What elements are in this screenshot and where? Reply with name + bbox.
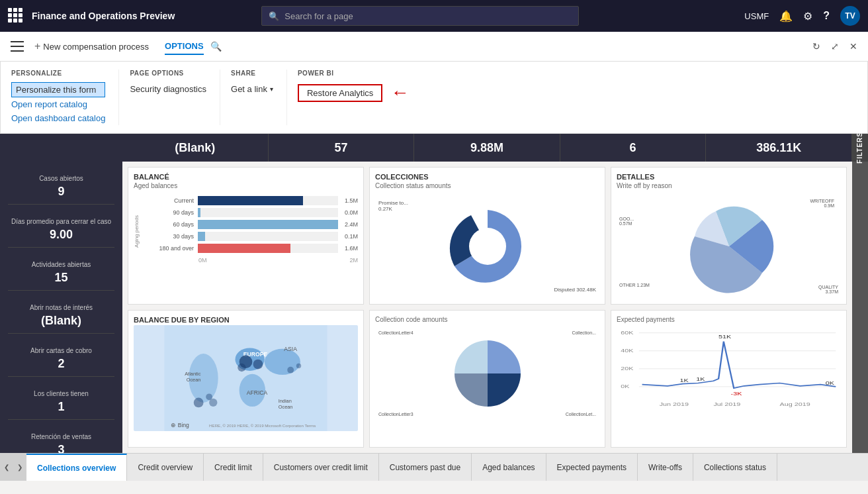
security-diagnostics-item[interactable]: Security diagnostics (130, 82, 206, 96)
donut-svg (435, 197, 541, 296)
svg-point-16 (296, 364, 301, 368)
kpi-386k: 386.11K (706, 134, 852, 162)
svg-text:0K: 0K (621, 384, 630, 389)
stat-dias-promedio: Días promedio para cerrar el caso 9.00 (8, 213, 114, 248)
bar-row-60: 60 days 2.4M (157, 220, 358, 229)
personalize-form-item[interactable]: Personalize this form (11, 82, 105, 97)
open-dashboard-catalog-item[interactable]: Open dashboard catalog (11, 111, 105, 125)
tab-prev-button[interactable]: ❮ (0, 454, 13, 481)
stat-label-3: Abrir notas de interés (11, 304, 112, 311)
left-stats-panel: Casos abiertos 9 Días promedio para cerr… (0, 162, 122, 453)
stat-notas-interes: Abrir notas de interés (Blank) (8, 299, 114, 334)
stat-value-0: 9 (11, 185, 112, 199)
power-bi-title: POWER BI (298, 70, 409, 77)
chart-detalles: DETALLES Write off by reason (611, 167, 847, 305)
detalles-label-quality: QUALITY3.37M (818, 285, 838, 294)
svg-point-14 (238, 364, 245, 371)
svg-point-3 (265, 349, 300, 375)
toolbar-search-icon[interactable]: 🔍 (209, 39, 224, 54)
personalize-section: PERSONALIZE Personalize this form Open r… (1, 70, 119, 125)
svg-text:HERE, © 2019 HERE, © 2019 Micr: HERE, © 2019 HERE, © 2019 Microsoft Corp… (209, 423, 316, 428)
charts-area: BALANCÉ Aged balances Aging periods Curr… (122, 162, 852, 453)
expand-icon[interactable]: ⤢ (831, 41, 839, 52)
options-tab[interactable]: OPTIONS (165, 38, 204, 55)
bar-row-90: 90 days 0.0M (157, 208, 358, 217)
bar-container-60 (198, 220, 338, 229)
content-row: Casos abiertos 9 Días promedio para cerr… (0, 162, 868, 453)
page-options-title: PAGE OPTIONS (130, 70, 206, 77)
chart-column-balance: BALANCÉ Aged balances Aging periods Curr… (128, 167, 364, 448)
notification-icon[interactable]: 🔔 (779, 10, 793, 23)
chart-column-detalles: DETALLES Write off by reason (611, 167, 847, 448)
stat-label-2: Actividades abiertas (11, 261, 112, 268)
svg-point-19 (209, 399, 217, 407)
tab-collections-overview[interactable]: Collections overview (26, 454, 127, 481)
chart-column-collections: COLECCIONES Collection status amounts (369, 167, 605, 448)
svg-text:51K: 51K (718, 334, 732, 340)
stat-value-2: 15 (11, 271, 112, 285)
svg-text:20K: 20K (621, 366, 634, 371)
filters-side (852, 162, 868, 453)
detalles-label-goo: GOO...0.57M (619, 217, 634, 226)
bar-val-180: 1.6M (345, 245, 358, 252)
svg-text:1K: 1K (696, 377, 705, 382)
get-a-link-item[interactable]: Get a link ▾ (231, 82, 273, 96)
tab-credit-limit[interactable]: Credit limit (204, 454, 263, 481)
bar-label-90: 90 days (157, 209, 194, 216)
stat-value-4: 2 (11, 357, 112, 371)
plus-icon: + (34, 40, 40, 52)
app-grid-icon[interactable] (8, 8, 24, 24)
tab-customers-past-due[interactable]: Customers past due (379, 454, 472, 481)
refresh-icon[interactable]: ↻ (812, 41, 820, 52)
pie-label-letter3: CollectionLetter3 (378, 412, 413, 417)
svg-text:AFRICA: AFRICA (247, 389, 268, 396)
bar-row-180: 180 and over 1.6M (157, 244, 358, 253)
pie-label-letter4: CollectionLetter4 (378, 330, 413, 335)
close-icon[interactable]: ✕ (849, 41, 857, 52)
org-label: USMF (744, 11, 769, 21)
search-bar[interactable]: 🔍 Search for a page (261, 6, 579, 26)
stat-actividades: Actividades abiertas 15 (8, 256, 114, 291)
filters-button[interactable]: FILTERS (852, 134, 868, 162)
kpi-blank: (Blank) (122, 134, 269, 162)
chart-colecciones: COLECCIONES Collection status amounts (369, 167, 605, 305)
app-title: Finance and Operations Preview (32, 11, 175, 21)
new-compensation-button[interactable]: + New compensation process (29, 38, 154, 55)
tab-write-offs[interactable]: Write-offs (638, 454, 693, 481)
svg-text:Ocean: Ocean (187, 377, 201, 383)
bar-chart: Current 1.5M 90 days (157, 193, 358, 256)
pie-label-collection: Collection... (572, 330, 596, 335)
settings-icon[interactable]: ⚙ (803, 10, 812, 23)
kpi-bar: (Blank) 57 9.88M 6 386.11K FILTERS (0, 134, 868, 162)
hamburger-button[interactable] (11, 40, 24, 53)
tab-credit-overview[interactable]: Credit overview (127, 454, 204, 481)
svg-point-13 (253, 360, 263, 370)
svg-text:1K: 1K (680, 378, 689, 383)
share-title: SHARE (231, 70, 273, 77)
tab-customers-over-credit[interactable]: Customers over credit limit (263, 454, 379, 481)
kpi-6: 6 (560, 134, 707, 162)
tab-next-button[interactable]: ❯ (13, 454, 26, 481)
bottom-tabs: ❮ ❯ Collections overview Credit overview… (0, 453, 868, 481)
help-icon[interactable]: ? (823, 10, 830, 22)
svg-text:Jul 2019: Jul 2019 (713, 402, 740, 407)
bar-container-90 (198, 208, 338, 217)
open-report-catalog-item[interactable]: Open report catalog (11, 97, 105, 111)
restore-analytics-button[interactable]: Restore Analytics (298, 84, 382, 102)
avatar[interactable]: TV (840, 6, 860, 26)
stat-casos-abiertos: Casos abiertos 9 (8, 170, 114, 205)
balance-subtitle: Aged balances (134, 182, 358, 189)
tab-collections-status[interactable]: Collections status (693, 454, 777, 481)
bar-val-30: 0.1M (345, 233, 358, 240)
stat-label-4: Abrir cartas de cobro (11, 347, 112, 354)
tab-expected-payments[interactable]: Expected payments (546, 454, 638, 481)
page-options-section: PAGE OPTIONS Security diagnostics (119, 70, 220, 125)
donut-label-promise: Promise to...0.27K (378, 200, 408, 212)
map-area: EUROPE ASIA AFRICA Atlantic Ocean (134, 325, 358, 431)
chart-expected-payments: Expected payments 60K 40K 20K 0K (611, 310, 847, 448)
bar-axis: 0M 2M (157, 257, 358, 264)
search-placeholder: Search for a page (284, 11, 353, 21)
personalize-title: PERSONALIZE (11, 70, 105, 77)
tab-aged-balances[interactable]: Aged balances (472, 454, 546, 481)
svg-text:-3K: -3K (731, 391, 743, 396)
